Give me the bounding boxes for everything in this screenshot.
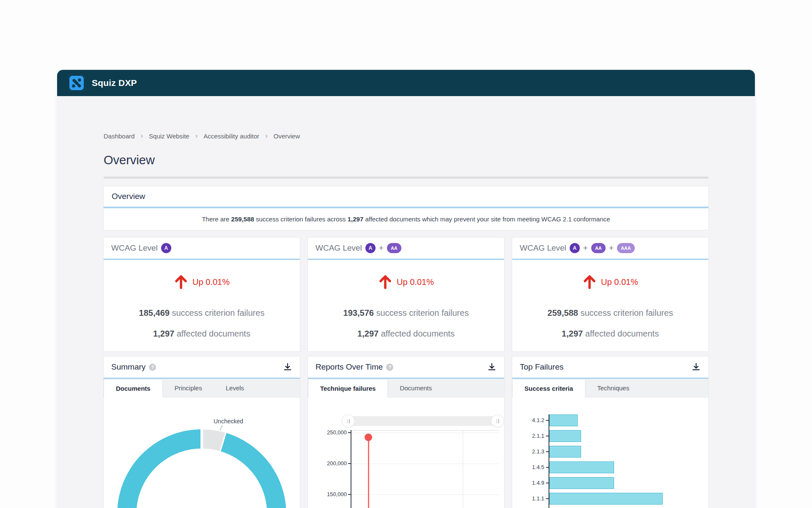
reports-chart-area: 250,000 200,000 150,000 Techniques xyxy=(308,398,504,508)
summary-card: Summary ? Documents Principles Levels xyxy=(104,356,300,508)
trend-label: Up 0.01% xyxy=(397,277,434,287)
brand-name: Squiz DXP xyxy=(92,78,137,88)
tick-mark xyxy=(546,436,549,436)
top-failures-tabbar: Success criteria Techniques xyxy=(512,379,708,398)
documents-line: 1,297 affected documents xyxy=(516,329,704,339)
criterion-label: 2.1.1 xyxy=(523,433,544,439)
app-header-bar: Squiz DXP xyxy=(57,70,755,96)
breadcrumb-current[interactable]: Overview xyxy=(274,133,300,140)
tick-mark xyxy=(348,463,351,464)
plus-separator: + xyxy=(379,243,384,253)
tick-mark xyxy=(546,451,549,452)
tab-documents[interactable]: Documents xyxy=(388,379,444,397)
bar-row: 1.4.5 xyxy=(549,461,702,473)
tab-techniques[interactable]: Techniques xyxy=(585,379,641,397)
summary-failures-count: 259,588 xyxy=(231,215,254,223)
failure-bar[interactable] xyxy=(549,414,578,426)
trend-up-arrow-icon xyxy=(582,274,597,290)
slider-handle-left[interactable] xyxy=(342,414,355,428)
trend-indicator: Up 0.01% xyxy=(174,274,230,290)
tick-mark xyxy=(348,432,351,433)
stat-card-title: WCAG Level xyxy=(520,243,566,253)
failure-bar[interactable] xyxy=(549,430,581,442)
tab-documents[interactable]: Documents xyxy=(104,379,163,398)
download-icon xyxy=(283,362,292,372)
overview-card: Overview There are 259,588 success crite… xyxy=(104,186,708,230)
documents-count: 1,297 xyxy=(153,329,174,338)
tab-levels[interactable]: Levels xyxy=(214,379,256,397)
summary-text-part: success criterion failures across xyxy=(254,215,348,223)
ytick-label: 200,000 xyxy=(308,460,347,467)
summary-documents-count: 1,297 xyxy=(348,215,364,223)
chevron-right-icon: › xyxy=(140,132,143,139)
failures-label: success criterion failures xyxy=(374,308,469,318)
documents-line: 1,297 affected documents xyxy=(108,329,296,339)
download-button[interactable] xyxy=(691,362,701,372)
trend-up-arrow-icon xyxy=(378,274,392,290)
wcag-aaa-badge: AAA xyxy=(617,243,635,253)
failures-line: 185,469 success criterion failures xyxy=(108,308,296,318)
gridline-150k xyxy=(351,494,499,495)
breadcrumb-site[interactable]: Squiz Website xyxy=(149,133,189,140)
reports-over-time-card: Reports Over Time ? Technique failures D… xyxy=(308,356,504,508)
help-icon[interactable]: ? xyxy=(149,364,156,371)
wcag-aa-badge: AA xyxy=(591,243,606,253)
tick-mark xyxy=(546,420,549,421)
documents-line: 1,297 affected documents xyxy=(312,329,500,339)
failures-label: success criterion failures xyxy=(170,308,265,318)
donut-callout-line xyxy=(219,425,222,431)
top-failures-card-title: Top Failures xyxy=(520,362,564,372)
success-criteria-bar-chart: 4.1.2 2.1.1 2.1.3 xyxy=(549,414,702,508)
failure-bar[interactable] xyxy=(549,477,614,489)
bar-row: 2.1.1 xyxy=(549,430,702,442)
criterion-label: 1.1.1 xyxy=(523,495,544,502)
wcag-stat-cards-row: WCAG Level A Up 0.01% 185,469 success cr… xyxy=(104,237,708,351)
tab-success-criteria[interactable]: Success criteria xyxy=(512,379,585,398)
summary-text-part: There are xyxy=(202,215,231,223)
criterion-label: 2.1.3 xyxy=(523,448,544,455)
failure-bar[interactable] xyxy=(549,461,614,473)
documents-label: affected documents xyxy=(379,329,455,338)
download-button[interactable] xyxy=(283,362,292,372)
app-window: Squiz DXP Dashboard › Squiz Website › Ac… xyxy=(57,70,755,508)
help-icon[interactable]: ? xyxy=(386,364,393,371)
tick-mark xyxy=(546,498,549,499)
download-icon xyxy=(691,362,701,372)
failures-label: success criterion failures xyxy=(578,308,673,318)
failures-line: 193,576 success criterion failures xyxy=(312,308,500,318)
download-button[interactable] xyxy=(487,362,497,372)
wcag-a-badge: A xyxy=(365,243,376,253)
tab-technique-failures[interactable]: Technique failures xyxy=(308,379,388,398)
breadcrumb-tool[interactable]: Accessibility auditor xyxy=(203,133,259,140)
reports-card-title: Reports Over Time xyxy=(315,362,383,372)
documents-donut-chart[interactable] xyxy=(117,429,286,508)
tick-mark xyxy=(348,494,351,495)
stat-card-title: WCAG Level xyxy=(315,243,362,253)
criterion-label: 1.4.9 xyxy=(523,480,544,486)
documents-label: affected documents xyxy=(174,329,250,338)
summary-chart-area: Unchecked xyxy=(104,398,300,508)
failures-count: 193,576 xyxy=(343,308,374,318)
vertical-gridline xyxy=(463,430,463,508)
summary-tabbar: Documents Principles Levels xyxy=(104,379,300,398)
tab-principles[interactable]: Principles xyxy=(163,379,214,397)
chart-top-border xyxy=(351,430,499,431)
failure-bar[interactable] xyxy=(549,493,663,505)
summary-card-title: Summary xyxy=(111,362,145,372)
download-icon xyxy=(487,362,497,372)
criterion-label: 1.4.5 xyxy=(523,464,544,470)
failures-count: 185,469 xyxy=(139,308,170,318)
plus-separator: + xyxy=(583,243,588,253)
lollipop-point[interactable] xyxy=(365,433,372,441)
date-range-slider[interactable] xyxy=(344,416,502,426)
failures-count: 259,588 xyxy=(548,308,578,318)
documents-label: affected documents xyxy=(583,329,659,338)
documents-count: 1,297 xyxy=(357,329,379,338)
breadcrumb-dashboard[interactable]: Dashboard xyxy=(104,133,134,140)
gridline-200k xyxy=(351,464,499,464)
slider-handle-right[interactable] xyxy=(491,414,504,428)
page-title: Overview xyxy=(104,153,708,167)
ytick-label: 250,000 xyxy=(308,429,347,436)
failure-bar[interactable] xyxy=(549,446,581,458)
title-divider xyxy=(104,177,708,179)
